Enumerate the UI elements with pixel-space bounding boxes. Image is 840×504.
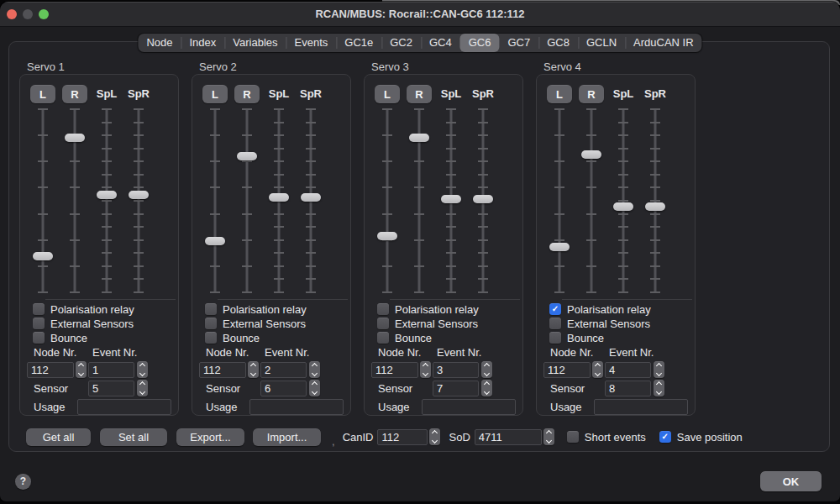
sod-stepper[interactable] (543, 428, 554, 445)
servo-1-left-button[interactable]: L (202, 85, 228, 103)
slider-handle[interactable] (301, 193, 321, 202)
servo-3-polarisation-relay-checkbox[interactable]: ✓ Polarisation relay (549, 303, 695, 315)
servo-3-external-sensors-checkbox[interactable]: ✓ External Sensors (549, 318, 695, 329)
set-all-button[interactable]: Set all (100, 428, 167, 446)
servo-3-right-slider[interactable] (581, 108, 601, 293)
slider-handle[interactable] (97, 191, 117, 199)
servo-1-bounce-checkbox[interactable]: ✓ Bounce (205, 332, 350, 344)
slider-handle[interactable] (237, 152, 257, 160)
slider-handle[interactable] (581, 150, 601, 159)
servo-3-left-button[interactable]: L (547, 85, 572, 103)
import-button[interactable]: Import... (253, 428, 321, 446)
tab-gc6[interactable]: GC6 (460, 34, 500, 52)
servo-0-sensor-input[interactable] (88, 381, 134, 396)
servo-3-event-nr-stepper[interactable] (654, 361, 664, 378)
servo-1-sensor-stepper[interactable] (309, 380, 320, 396)
servo-1-usage-input[interactable] (249, 399, 344, 415)
servo-2-external-sensors-checkbox[interactable]: ✓ External Sensors (377, 318, 522, 329)
servo-0-spl-slider[interactable] (97, 108, 117, 293)
servo-2-spr-slider[interactable] (473, 108, 493, 293)
canid-input[interactable] (377, 429, 428, 445)
servo-1-event-nr-input[interactable] (260, 362, 307, 378)
slider-handle[interactable] (65, 134, 85, 142)
slider-handle[interactable] (645, 202, 665, 211)
tab-node[interactable]: Node (138, 34, 181, 52)
save-position-checkbox[interactable]: ✓ Save position (659, 431, 743, 444)
servo-0-node-nr-stepper[interactable] (76, 361, 87, 378)
servo-0-spr-slider[interactable] (129, 108, 149, 293)
servo-2-left-slider[interactable] (377, 108, 397, 293)
servo-1-node-nr-input[interactable] (199, 362, 246, 378)
tab-variables[interactable]: Variables (224, 34, 286, 52)
servo-0-left-button[interactable]: L (30, 85, 55, 103)
servo-0-bounce-checkbox[interactable]: ✓ Bounce (33, 332, 178, 344)
servo-1-sensor-input[interactable] (260, 381, 307, 396)
servo-0-external-sensors-checkbox[interactable]: ✓ External Sensors (33, 318, 178, 329)
servo-0-right-button[interactable]: R (62, 85, 87, 103)
servo-1-spr-slider[interactable] (301, 108, 321, 293)
canid-stepper[interactable] (429, 428, 440, 445)
servo-0-sensor-stepper[interactable] (137, 380, 148, 396)
servo-2-right-button[interactable]: R (407, 85, 432, 103)
slider-handle[interactable] (269, 193, 289, 202)
servo-2-event-nr-stepper[interactable] (481, 361, 492, 378)
servo-3-node-nr-stepper[interactable] (592, 361, 603, 378)
tab-gc1e[interactable]: GC1e (336, 34, 381, 52)
servo-3-usage-input[interactable] (594, 399, 688, 415)
tab-gcln[interactable]: GCLN (578, 34, 625, 52)
slider-handle[interactable] (33, 252, 53, 260)
servo-3-right-button[interactable]: R (579, 85, 604, 103)
tab-events[interactable]: Events (286, 34, 337, 52)
servo-1-polarisation-relay-checkbox[interactable]: ✓ Polarisation relay (205, 303, 350, 315)
servo-2-bounce-checkbox[interactable]: ✓ Bounce (377, 332, 522, 344)
servo-2-node-nr-stepper[interactable] (420, 361, 431, 378)
servo-0-usage-input[interactable] (77, 399, 171, 415)
sod-input[interactable] (475, 429, 542, 445)
slider-handle[interactable] (409, 134, 429, 142)
servo-2-sensor-input[interactable] (433, 381, 479, 396)
servo-3-event-nr-input[interactable] (605, 362, 651, 378)
tab-index[interactable]: Index (181, 34, 224, 52)
tab-gc7[interactable]: GC7 (499, 34, 538, 52)
slider-handle[interactable] (205, 237, 225, 245)
servo-2-event-nr-input[interactable] (433, 362, 479, 378)
slider-handle[interactable] (613, 202, 633, 211)
servo-0-polarisation-relay-checkbox[interactable]: ✓ Polarisation relay (33, 303, 178, 315)
servo-0-node-nr-input[interactable] (27, 362, 74, 378)
servo-1-spl-slider[interactable] (269, 108, 289, 293)
servo-3-sensor-input[interactable] (605, 381, 651, 396)
short-events-checkbox[interactable]: ✓ Short events (567, 431, 646, 444)
servo-3-bounce-checkbox[interactable]: ✓ Bounce (549, 332, 695, 344)
close-window-button[interactable] (7, 9, 17, 19)
help-button[interactable]: ? (15, 474, 31, 490)
zoom-window-button[interactable] (39, 9, 49, 19)
slider-handle[interactable] (473, 195, 493, 203)
servo-3-node-nr-input[interactable] (543, 362, 591, 378)
slider-handle[interactable] (377, 232, 397, 240)
servo-2-node-nr-input[interactable] (371, 362, 418, 378)
minimize-window-button[interactable] (23, 9, 33, 19)
servo-0-left-slider[interactable] (33, 108, 53, 293)
tab-arducan-ir[interactable]: ArduCAN IR (625, 34, 702, 52)
servo-2-right-slider[interactable] (409, 108, 429, 293)
slider-handle[interactable] (129, 191, 149, 199)
servo-0-event-nr-input[interactable] (88, 362, 134, 378)
get-all-button[interactable]: Get all (26, 428, 91, 446)
servo-1-node-nr-stepper[interactable] (248, 361, 259, 378)
servo-2-spl-slider[interactable] (441, 108, 461, 293)
servo-1-event-nr-stepper[interactable] (309, 361, 320, 378)
tab-gc2[interactable]: GC2 (381, 34, 421, 52)
servo-1-left-slider[interactable] (205, 108, 225, 293)
servo-1-right-button[interactable]: R (234, 85, 260, 103)
servo-1-external-sensors-checkbox[interactable]: ✓ External Sensors (205, 318, 350, 329)
servo-3-spr-slider[interactable] (645, 108, 665, 293)
servo-2-sensor-stepper[interactable] (481, 380, 492, 396)
tab-gc4[interactable]: GC4 (421, 34, 460, 52)
servo-3-spl-slider[interactable] (613, 108, 633, 293)
export-button[interactable]: Export... (176, 428, 244, 446)
servo-2-polarisation-relay-checkbox[interactable]: ✓ Polarisation relay (377, 303, 522, 315)
ok-button[interactable]: OK (760, 471, 822, 491)
slider-handle[interactable] (549, 243, 570, 251)
servo-3-left-slider[interactable] (549, 108, 570, 293)
slider-handle[interactable] (441, 195, 461, 203)
